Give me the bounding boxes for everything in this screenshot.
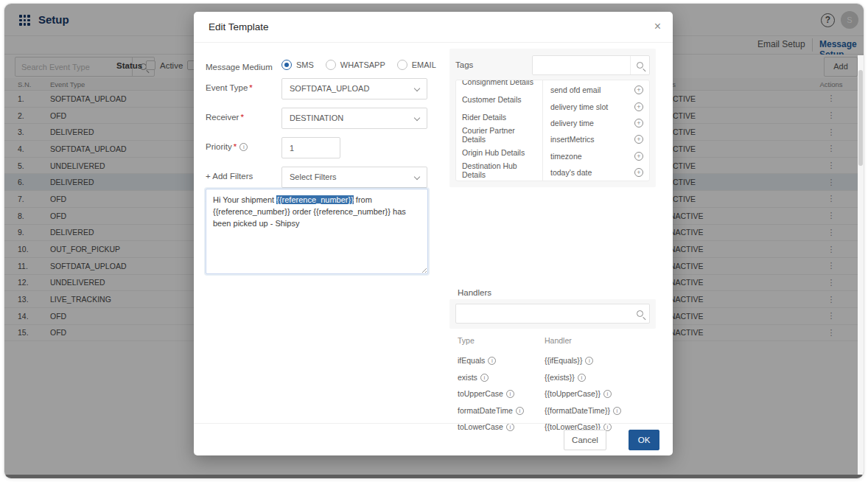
handler-type-text: exists <box>458 373 477 382</box>
insert-tag-icon[interactable]: + <box>634 119 643 128</box>
radio-label: EMAIL <box>412 60 436 69</box>
tag-item[interactable]: delivery time slot+ <box>550 98 643 114</box>
handler-value-text: {{toUpperCase}} <box>545 389 601 398</box>
info-icon[interactable]: i <box>603 390 612 398</box>
close-icon[interactable]: × <box>654 20 661 33</box>
handler-row: toUpperCasei{{toUpperCase}}i <box>458 385 649 402</box>
priority-label: Priority*i <box>206 142 248 151</box>
scrollbar-thumb[interactable] <box>858 70 863 166</box>
handler-row: ifEqualsi{{ifEquals}}i <box>458 352 649 369</box>
handler-type: existsi <box>458 373 545 382</box>
insert-tag-icon[interactable]: + <box>634 168 643 177</box>
tag-category[interactable]: Rider Details <box>462 108 536 126</box>
info-icon[interactable]: i <box>578 374 586 382</box>
handlers-label: Handlers <box>458 288 491 297</box>
insert-tag-icon[interactable]: + <box>634 102 643 111</box>
handler-type: formatDateTimei <box>458 406 545 415</box>
cancel-button[interactable]: Cancel <box>564 430 606 450</box>
handler-value-text: {{ifEquals}} <box>545 356 582 365</box>
template-text: Hi Your shipment <box>213 195 276 204</box>
insert-tag-icon[interactable]: + <box>634 135 643 144</box>
tag-item[interactable]: delivery time+ <box>550 115 643 131</box>
priority-input[interactable] <box>281 137 340 158</box>
tag-item-label: send ofd email <box>550 85 601 94</box>
radio-icon <box>326 60 336 70</box>
filters-select[interactable]: Select Filters <box>281 167 427 188</box>
handler-type: toUpperCasei <box>458 389 545 398</box>
tag-item-label: insertMetrics <box>550 135 595 144</box>
receiver-label: Receiver* <box>206 113 244 122</box>
chevron-down-icon <box>414 174 420 180</box>
tags-list: Consignment DetailsCustomer DetailsRider… <box>455 80 650 181</box>
tag-item-label: today's date <box>550 168 592 177</box>
vertical-scrollbar[interactable] <box>858 55 864 475</box>
resize-handle[interactable] <box>420 266 427 273</box>
handler-value-text: {{formatDateTime}} <box>545 406 610 415</box>
chevron-down-icon <box>414 115 420 121</box>
event-type-label: Event Type* <box>206 83 253 92</box>
tag-item[interactable]: timezone+ <box>550 148 643 164</box>
info-icon[interactable]: i <box>585 357 593 365</box>
handler-type: ifEqualsi <box>458 356 545 365</box>
message-medium-label: Message Medium <box>206 63 273 71</box>
tag-item-label: delivery time <box>550 119 594 128</box>
tag-item[interactable]: insertMetrics+ <box>550 131 643 147</box>
info-icon[interactable]: i <box>506 390 514 398</box>
tags-search-input[interactable] <box>533 56 630 74</box>
modal-title: Edit Template <box>209 21 269 32</box>
chevron-down-icon <box>414 85 420 91</box>
handler-value: {{toUpperCase}}i <box>545 389 649 398</box>
info-icon[interactable]: i <box>488 357 496 365</box>
tag-categories: Consignment DetailsCustomer DetailsRider… <box>456 80 543 181</box>
tag-category[interactable]: Consignment Details <box>462 80 536 91</box>
tag-category[interactable]: Courier Partner Details <box>462 126 536 144</box>
edit-template-modal: Edit Template × Message Medium SMSWHATSA… <box>194 12 673 455</box>
radio-sms[interactable]: SMS <box>281 60 314 70</box>
ok-button[interactable]: OK <box>629 430 659 450</box>
tags-label: Tags <box>455 60 473 69</box>
tag-category[interactable]: Destination Hub Details <box>462 161 536 179</box>
handler-row: formatDateTimei{{formatDateTime}}i <box>458 402 649 419</box>
info-icon[interactable]: i <box>613 407 621 415</box>
radio-icon <box>281 60 292 70</box>
message-medium-radio-group: SMSWHATSAPPEMAIL <box>281 60 436 70</box>
receiver-select[interactable]: DESTINATION <box>281 108 427 129</box>
radio-label: SMS <box>296 60 314 69</box>
handler-value: {{exists}}i <box>545 373 649 382</box>
tag-values: send ofd email+delivery time slot+delive… <box>543 80 649 181</box>
tag-item[interactable]: today's date+ <box>550 164 643 181</box>
insert-tag-icon[interactable]: + <box>634 85 643 94</box>
tag-item[interactable]: send ofd email+ <box>550 82 643 98</box>
handlers-search-input[interactable] <box>455 304 650 324</box>
tag-category[interactable]: Customer Details <box>462 91 536 108</box>
event-type-select[interactable]: SOFTDATA_UPLOAD <box>281 78 427 99</box>
app-window: Setup ? S Email Setup Message Setup Stat… <box>4 3 864 479</box>
modal-header: Edit Template × <box>194 12 673 43</box>
insert-tag-icon[interactable]: + <box>634 152 643 161</box>
handlers-search <box>449 299 656 329</box>
info-icon[interactable]: i <box>516 407 524 415</box>
handler-value-text: {{exists}} <box>545 373 575 382</box>
handler-type-text: ifEquals <box>458 356 485 365</box>
handler-row: existsi{{exists}}i <box>458 369 649 386</box>
tag-category[interactable]: Origin Hub Details <box>462 144 536 161</box>
tag-item-label: delivery time slot <box>550 102 608 111</box>
add-filters-label[interactable]: + Add Filters <box>206 172 253 181</box>
tags-search <box>532 55 650 75</box>
handler-type-text: formatDateTime <box>458 406 513 415</box>
handler-value: {{ifEquals}}i <box>545 356 649 365</box>
radio-label: WHATSAPP <box>340 60 385 69</box>
tags-panel: Tags Consignment DetailsCustomer Details… <box>449 49 656 187</box>
handler-value: {{formatDateTime}}i <box>545 406 649 415</box>
radio-email[interactable]: EMAIL <box>397 60 436 70</box>
template-selected-text: {{reference_number}} <box>276 195 354 204</box>
handlers-header-type: Type <box>458 336 545 352</box>
info-icon[interactable]: i <box>480 374 489 382</box>
template-textarea[interactable]: Hi Your shipment {{reference_number}} fr… <box>206 189 428 274</box>
modal-footer: Cancel OK <box>194 423 673 455</box>
handler-type-text: toUpperCase <box>458 389 503 398</box>
search-icon[interactable] <box>630 56 649 74</box>
radio-whatsapp[interactable]: WHATSAPP <box>326 60 385 70</box>
info-icon[interactable]: i <box>239 143 248 151</box>
radio-icon <box>397 60 407 70</box>
